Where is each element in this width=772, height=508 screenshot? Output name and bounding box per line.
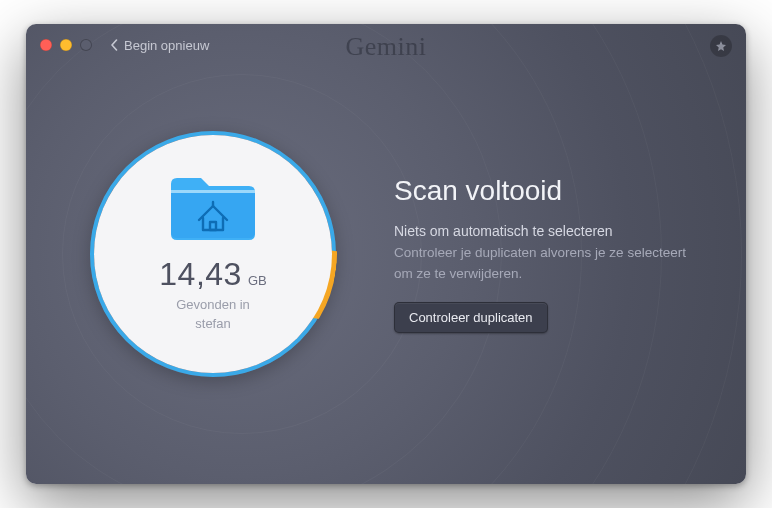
main-content: 14,43 GB Gevonden in stefan Scan voltooi… xyxy=(26,24,746,484)
info-panel: Scan voltooid Niets om automatisch te se… xyxy=(394,175,694,334)
review-duplicates-button[interactable]: Controleer duplicaten xyxy=(394,302,548,333)
found-size: 14,43 GB xyxy=(159,256,266,293)
size-unit: GB xyxy=(248,273,267,288)
found-location: stefan xyxy=(195,316,230,331)
size-value: 14,43 xyxy=(159,256,242,293)
info-subtitle: Niets om automatisch te selecteren xyxy=(394,223,694,239)
info-description: Controleer je duplicaten alvorens je ze … xyxy=(394,243,694,285)
scan-circle-body: 14,43 GB Gevonden in stefan xyxy=(94,135,332,373)
svg-rect-0 xyxy=(171,190,255,193)
scan-result-circle: 14,43 GB Gevonden in stefan xyxy=(90,131,336,377)
app-window: Begin opnieuw Gemini xyxy=(26,24,746,484)
scan-heading: Scan voltooid xyxy=(394,175,694,207)
home-folder-icon xyxy=(165,170,261,246)
found-in-label: Gevonden in xyxy=(176,297,250,312)
